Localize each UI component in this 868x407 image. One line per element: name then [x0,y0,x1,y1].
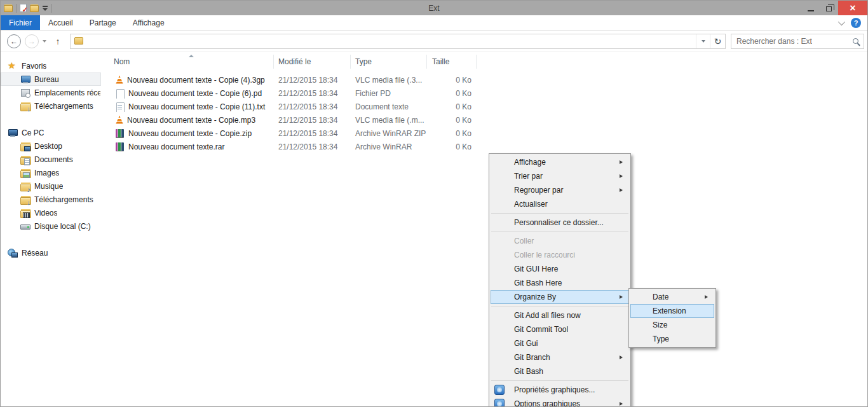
up-button[interactable] [53,36,63,47]
sidebar-item-bureau[interactable]: Bureau [1,72,101,86]
file-row-txt[interactable]: Nouveau document texte - Copie (11).txt … [114,100,477,113]
ribbon-tab-bar: FichierAccueilPartageAffichage [1,15,867,31]
documents-folder-icon [20,155,31,165]
menu-item-actualiser[interactable]: Actualiser [491,197,629,211]
menu-item-proprietes-graphiques[interactable]: Propriétés graphiques... [491,383,629,397]
menu-separator [491,231,628,232]
column-headers: Nom Modifié le Type Taille [114,55,477,69]
restore-button[interactable] [820,1,838,15]
file-modified: 21/12/2015 18:34 [274,89,351,98]
menu-item-options-graphiques[interactable]: Options graphiques [491,397,629,407]
intel-icon [494,385,505,395]
qat-dropdown-chevron-icon[interactable] [42,6,48,11]
file-row-zip[interactable]: Nouveau document texte - Copie.zip 21/12… [114,127,477,140]
close-button[interactable] [838,1,867,15]
submenu-item-extension[interactable]: Extension [630,304,714,318]
sidebar-item-telechargements[interactable]: Téléchargements [1,99,101,113]
back-button[interactable] [7,34,21,48]
file-name: Nouveau document texte - Copie.mp3 [127,116,255,125]
main-area: Favoris Bureau Emplacements récents Télé… [1,52,867,406]
file-row-pd[interactable]: Nouveau document texte - Copie (6).pd 21… [114,86,477,100]
organize-by-submenu: Date Extension Size Type [628,288,716,348]
column-header-type[interactable]: Type [351,55,427,69]
new-folder-icon[interactable] [30,5,39,12]
sort-ascending-icon [189,55,194,57]
file-size: 0 Ko [427,142,477,151]
column-header-nom[interactable]: Nom [114,55,274,69]
file-row-rar[interactable]: Nouveau document texte.rar 21/12/2015 18… [114,140,477,153]
desktop-icon [20,74,31,85]
tab-affichage[interactable]: Affichage [125,15,173,30]
tab-partage[interactable]: Partage [81,15,125,30]
menu-separator [491,306,628,307]
videos-folder-icon [20,208,31,218]
sidebar-item-documents[interactable]: Documents [1,153,101,166]
hdd-icon [20,221,31,231]
file-name: Nouveau document texte - Copie (6).pd [128,89,262,98]
menu-separator [491,213,628,214]
menu-item-git-add-all-files-now[interactable]: Git Add all files now [491,308,629,322]
menu-item-coller[interactable]: Coller [491,234,629,248]
address-dropdown-chevron-icon[interactable] [696,34,710,48]
properties-icon[interactable] [20,4,27,12]
file-name: Nouveau document texte.rar [128,142,224,151]
file-type: Archive WinRAR [351,142,427,151]
search-input[interactable]: Rechercher dans : Ext [731,34,864,49]
file-type: Archive WinRAR ZIP [351,129,427,138]
sidebar-item-telechargements-pc[interactable]: Téléchargements [1,193,101,206]
menu-item-personnaliser-ce-dossier[interactable]: Personnaliser ce dossier... [491,216,629,230]
star-icon [8,61,18,71]
sidebar-item-videos[interactable]: Videos [1,206,101,219]
menu-item-git-gui[interactable]: Git Gui [491,336,629,350]
menu-item-git-branch[interactable]: Git Branch [491,350,629,364]
file-type: VLC media file (.3... [351,76,427,85]
sidebar-item-reseau[interactable]: Réseau [1,246,101,259]
sidebar-spacer [1,113,106,126]
sidebar-item-emplacements-recents[interactable]: Emplacements récents [1,86,101,99]
toolbar-separator [51,4,52,13]
address-folder-icon [74,38,83,45]
computer-icon [8,128,18,138]
menu-item-trier-par[interactable]: Trier par [491,169,629,183]
address-bar[interactable] [70,34,726,49]
help-button[interactable] [851,18,861,28]
tab-fichier[interactable]: Fichier [1,15,40,30]
minimize-button[interactable] [801,1,820,15]
column-header-taille[interactable]: Taille [427,55,477,69]
file-size: 0 Ko [427,116,477,125]
menu-separator [491,380,628,381]
winrar-icon [115,128,125,139]
menu-item-affichage[interactable]: Affichage [491,155,629,169]
submenu-item-date[interactable]: Date [630,290,714,304]
refresh-button[interactable] [710,34,725,48]
forward-button[interactable] [25,34,39,48]
file-size: 0 Ko [427,102,477,111]
menu-item-git-bash-here[interactable]: Git Bash Here [491,276,629,290]
sidebar-item-favoris[interactable]: Favoris [1,59,101,72]
file-row-3gp[interactable]: Nouveau document texte - Copie (4).3gp 2… [114,73,477,86]
menu-item-git-gui-here[interactable]: Git GUI Here [491,262,629,276]
menu-item-organize-by[interactable]: Organize By [491,290,629,304]
file-size: 0 Ko [427,76,477,85]
file-size: 0 Ko [427,129,477,138]
submenu-item-type[interactable]: Type [630,332,714,346]
search-icon[interactable] [853,38,858,44]
submenu-item-size[interactable]: Size [630,318,714,332]
menu-item-git-commit-tool[interactable]: Git Commit Tool [491,322,629,336]
menu-item-regrouper-par[interactable]: Regrouper par [491,183,629,197]
sidebar-item-images[interactable]: Images [1,166,101,179]
menu-item-coller-le-raccourci[interactable]: Coller le raccourci [491,248,629,262]
sidebar-item-desktop[interactable]: Desktop [1,139,101,153]
file-type: Document texte [351,102,427,111]
column-header-modifie-le[interactable]: Modifié le [274,55,351,69]
tab-accueil[interactable]: Accueil [40,15,81,30]
sidebar-item-musique[interactable]: Musique [1,179,101,193]
nav-history-chevron-icon[interactable] [43,40,46,43]
file-row-mp3[interactable]: Nouveau document texte - Copie.mp3 21/12… [114,113,477,127]
collapse-ribbon-chevron-icon[interactable] [838,18,845,25]
file-modified: 21/12/2015 18:34 [274,142,351,151]
sidebar-item-ce-pc[interactable]: Ce PC [1,126,101,139]
winrar-icon [115,142,125,152]
sidebar-item-disque-local-c[interactable]: Disque local (C:) [1,219,101,233]
menu-item-git-bash[interactable]: Git Bash [491,364,629,378]
